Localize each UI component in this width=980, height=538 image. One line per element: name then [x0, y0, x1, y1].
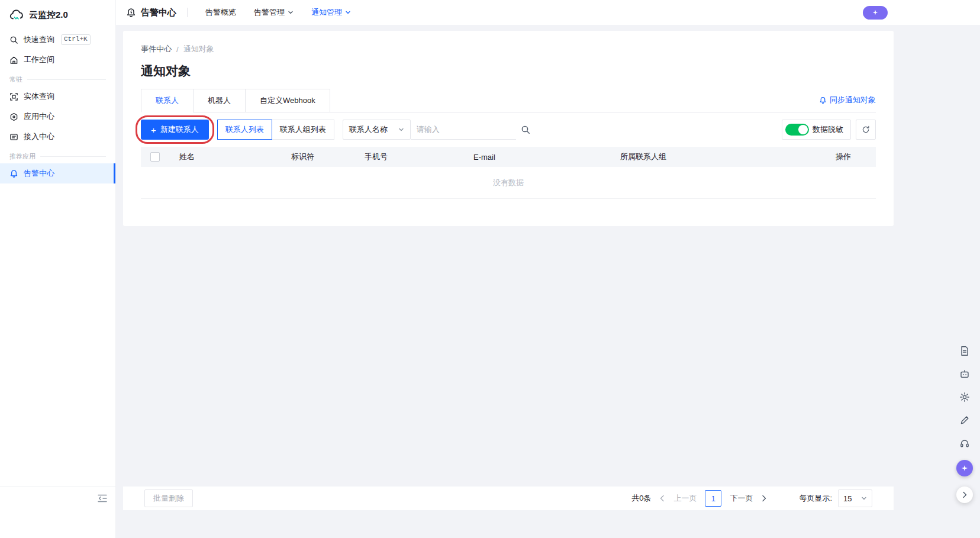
refresh-button[interactable]	[856, 120, 876, 140]
select-all-checkbox[interactable]	[150, 152, 160, 162]
main-card: 事件中心 / 通知对象 通知对象 联系人 机器人 自定义Webhook 同步通知…	[123, 31, 894, 226]
sidebar-footer	[0, 486, 115, 538]
home-icon	[9, 56, 18, 65]
sidebar-item-app-center[interactable]: 应用中心	[0, 107, 115, 127]
data-mask-label: 数据脱敏	[813, 124, 843, 135]
top-bar: 告警中心 告警概览 告警管理 通知管理	[116, 0, 980, 25]
sidebar-item-access-center[interactable]: 接入中心	[0, 127, 115, 147]
sync-notification-link[interactable]: 同步通知对象	[819, 95, 876, 112]
column-email: E-mail	[473, 153, 620, 162]
column-identifier: 标识符	[291, 152, 365, 162]
plus-icon: +	[151, 125, 156, 134]
per-page-label: 每页显示:	[799, 493, 832, 504]
per-page-control: 每页显示: 15	[799, 489, 872, 507]
chevron-down-icon	[345, 9, 351, 15]
nav-notification-management[interactable]: 通知管理	[311, 7, 351, 18]
tab-robots[interactable]: 机器人	[193, 89, 246, 112]
expand-panel-button[interactable]	[956, 487, 973, 503]
column-phone: 手机号	[365, 152, 473, 162]
sidebar-item-label: 实体查询	[24, 91, 54, 102]
contact-group-list-button[interactable]: 联系人组列表	[272, 120, 334, 140]
data-mask-toggle[interactable]	[785, 124, 809, 136]
search-input[interactable]	[411, 120, 516, 140]
quick-search-label: 快速查询	[24, 34, 54, 45]
collapse-sidebar-icon[interactable]	[98, 494, 107, 502]
pencil-icon[interactable]	[958, 414, 971, 427]
contact-list-button[interactable]: 联系人列表	[217, 120, 272, 140]
chevron-down-icon	[398, 127, 404, 133]
data-mask-control: 数据脱敏	[782, 120, 851, 140]
view-switch-group: 联系人列表 联系人组列表	[217, 120, 334, 140]
ai-assistant-button[interactable]	[956, 460, 973, 476]
breadcrumb-parent[interactable]: 事件中心	[141, 44, 172, 54]
shortcut-badge: Ctrl+K	[61, 34, 91, 44]
assistant-pill-button[interactable]	[863, 6, 888, 20]
sidebar-item-label: 接入中心	[24, 131, 54, 142]
column-actions: 操作	[817, 152, 876, 162]
sidebar-item-entity-query[interactable]: 实体查询	[0, 86, 115, 107]
table-header-cell	[141, 152, 179, 162]
create-contact-wrap: + 新建联系人	[141, 120, 209, 140]
sidebar: 云监控2.0 快速查询 Ctrl+K 工作空间 常驻 实体查	[0, 0, 116, 538]
tab-custom-webhook[interactable]: 自定义Webhook	[245, 89, 330, 112]
next-page-button[interactable]: 下一页	[730, 493, 753, 504]
logo-cloud-icon	[9, 9, 24, 21]
nav-alarm-management[interactable]: 告警管理	[254, 7, 294, 18]
chevron-down-icon	[288, 9, 294, 15]
sidebar-item-label: 告警中心	[24, 168, 54, 179]
sidebar-section-resident: 常驻	[0, 72, 115, 86]
access-center-icon	[9, 133, 18, 141]
app-logo: 云监控2.0	[0, 0, 115, 30]
create-contact-button[interactable]: + 新建联系人	[141, 120, 209, 140]
column-name: 姓名	[179, 152, 291, 162]
sync-bell-icon	[819, 96, 827, 104]
total-count: 共0条	[631, 493, 651, 504]
breadcrumb-current: 通知对象	[183, 44, 214, 54]
header-app-title: 告警中心	[126, 7, 176, 18]
section-divider	[27, 79, 106, 80]
nav-alarm-overview[interactable]: 告警概览	[205, 7, 236, 18]
toolbar: + 新建联系人 联系人列表 联系人组列表 联系人名称	[141, 120, 876, 140]
page-title: 通知对象	[141, 63, 876, 79]
right-float-toolbar	[956, 344, 973, 503]
gear-icon[interactable]	[958, 391, 971, 404]
sidebar-section-recommended: 推荐应用	[0, 149, 115, 163]
app-center-icon	[9, 112, 18, 121]
robot-icon[interactable]	[958, 368, 971, 381]
batch-delete-button[interactable]: 批量删除	[144, 489, 193, 507]
headset-icon[interactable]	[958, 437, 971, 450]
tab-contacts[interactable]: 联系人	[141, 89, 194, 112]
prev-page-button[interactable]: 上一页	[673, 493, 697, 504]
column-contact-group: 所属联系人组	[620, 152, 817, 162]
sidebar-item-label: 应用中心	[24, 111, 54, 122]
pagination-bar: 批量删除 共0条 上一页 1 下一页 每页显示: 15	[123, 487, 894, 510]
app-logo-text: 云监控2.0	[29, 9, 68, 21]
sidebar-item-alarm-center[interactable]: 告警中心	[0, 163, 115, 183]
table-header-row: 姓名 标识符 手机号 E-mail 所属联系人组 操作	[141, 147, 876, 167]
alarm-bell-icon	[9, 169, 18, 178]
per-page-select[interactable]: 15	[838, 489, 872, 507]
section-divider	[40, 156, 106, 157]
next-page-chevron-icon[interactable]	[761, 495, 767, 502]
breadcrumb-separator: /	[176, 45, 179, 54]
content-area: 事件中心 / 通知对象 通知对象 联系人 机器人 自定义Webhook 同步通知…	[116, 25, 980, 538]
bell-icon	[126, 8, 136, 18]
chevron-down-icon	[861, 495, 867, 501]
entity-icon	[9, 92, 18, 101]
sidebar-item-workspace[interactable]: 工作空间	[0, 50, 115, 70]
quick-search[interactable]: 快速查询 Ctrl+K	[0, 30, 115, 50]
header-nav: 告警概览 告警管理 通知管理	[188, 7, 351, 18]
table-empty-state: 没有数据	[141, 167, 876, 199]
search-icon	[9, 36, 18, 44]
sidebar-item-label: 工作空间	[24, 54, 54, 65]
filter-field-select[interactable]: 联系人名称	[343, 120, 411, 140]
search-button[interactable]	[516, 120, 535, 140]
sparkle-icon	[872, 9, 879, 16]
pagination: 共0条 上一页 1 下一页 每页显示: 15	[631, 489, 872, 507]
current-page-button[interactable]: 1	[705, 490, 721, 507]
tab-bar: 联系人 机器人 自定义Webhook 同步通知对象	[141, 89, 876, 112]
prev-page-chevron-icon[interactable]	[659, 495, 665, 502]
breadcrumb: 事件中心 / 通知对象	[141, 44, 876, 54]
document-icon[interactable]	[958, 344, 971, 357]
